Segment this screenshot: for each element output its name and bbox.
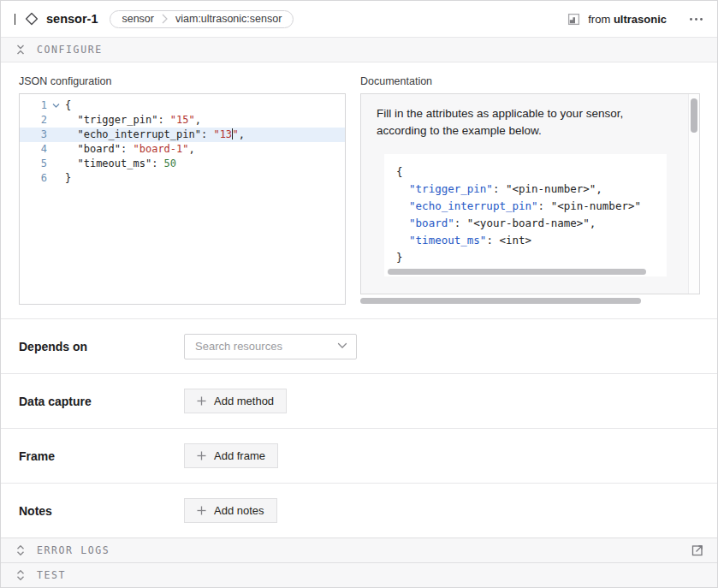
module-icon: [567, 13, 580, 26]
plus-icon: [197, 396, 206, 406]
configure-label: CONFIGURE: [37, 44, 103, 56]
doc-vertical-scrollbar-thumb[interactable]: [691, 98, 697, 133]
module-source: from ultrasonic: [567, 13, 667, 26]
doc-horizontal-scrollbar[interactable]: [360, 298, 700, 305]
doc-vertical-scrollbar[interactable]: [688, 94, 699, 294]
plus-icon: [197, 506, 206, 515]
depends-on-select[interactable]: Search resources: [184, 334, 357, 359]
add-frame-button[interactable]: Add frame: [184, 443, 278, 468]
component-model: viam:ultrasonic:sensor: [175, 13, 282, 25]
test-label: TEST: [37, 569, 66, 581]
code-line: "echo_interrupt_pin": "<pin-number>": [396, 198, 655, 215]
code-horizontal-scrollbar[interactable]: [388, 269, 646, 275]
code-line: "timeout_ms": <int>: [396, 232, 655, 249]
notes-label: Notes: [19, 504, 184, 518]
notes-row: Notes Add notes: [1, 483, 717, 538]
ellipsis-menu-icon[interactable]: [687, 14, 705, 25]
fold-chevron-icon[interactable]: [47, 98, 65, 113]
code-line: 1{: [20, 98, 345, 113]
json-configuration-label: JSON configuration: [19, 75, 346, 87]
depends-on-label: Depends on: [19, 340, 184, 353]
code-line: "trigger_pin": "<pin-number>",: [396, 181, 655, 198]
component-header: sensor-1 sensor viam:ultrasonic:sensor f…: [1, 1, 717, 38]
component-name: sensor-1: [46, 12, 98, 26]
depends-on-row: Depends on Search resources: [1, 318, 717, 373]
code-line: 2 "trigger_pin": "15",: [20, 113, 345, 128]
json-config-editor[interactable]: 1{2 "trigger_pin": "15",3 "echo_interrup…: [19, 93, 346, 305]
code-line: }: [396, 249, 655, 266]
data-capture-row: Data capture Add method: [1, 373, 717, 428]
code-line: 3 "echo_interrupt_pin": "13",: [20, 128, 345, 142]
error-logs-label: ERROR LOGS: [37, 544, 110, 556]
configure-body: JSON configuration 1{2 "trigger_pin": "1…: [1, 62, 717, 318]
add-method-button[interactable]: Add method: [184, 389, 287, 413]
documentation-panel: Fill in the attributes as applicable to …: [360, 93, 700, 294]
open-in-new-icon[interactable]: [691, 544, 703, 556]
documentation-intro: Fill in the attributes as applicable to …: [377, 105, 672, 140]
add-notes-button[interactable]: Add notes: [184, 498, 277, 523]
code-line: "board": "<your-board-name>",: [396, 215, 655, 232]
component-type: sensor: [122, 13, 154, 25]
component-type-pill: sensor viam:ultrasonic:sensor: [110, 10, 294, 28]
configure-section-bar[interactable]: CONFIGURE: [1, 38, 717, 62]
frame-label: Frame: [19, 449, 184, 463]
doc-horizontal-scrollbar-thumb[interactable]: [360, 298, 641, 304]
documentation-code-example: { "trigger_pin": "<pin-number>", "echo_i…: [384, 154, 667, 276]
code-line: {: [396, 163, 655, 181]
code-line: 5 "timeout_ms": 50: [20, 157, 345, 171]
component-card: sensor-1 sensor viam:ultrasonic:sensor f…: [0, 0, 718, 588]
test-section-bar[interactable]: TEST: [1, 562, 717, 587]
unfold-icon: [15, 570, 26, 580]
select-chevron-down-icon: [337, 342, 347, 349]
frame-row: Frame Add frame: [1, 428, 717, 483]
collapse-icon: [15, 45, 26, 55]
code-line: 6}: [20, 171, 345, 186]
pill-chevron-right-icon: [162, 14, 168, 24]
data-capture-label: Data capture: [19, 395, 184, 408]
code-line: 4 "board": "board-1",: [20, 142, 345, 157]
error-logs-section-bar[interactable]: ERROR LOGS: [1, 538, 717, 562]
plus-icon: [197, 451, 206, 460]
depends-on-placeholder: Search resources: [195, 340, 282, 353]
chevron-down-icon[interactable]: [15, 14, 16, 25]
documentation-label: Documentation: [360, 75, 700, 87]
unfold-icon: [15, 545, 26, 555]
from-module-label: from ultrasonic: [588, 13, 667, 26]
component-diamond-icon: [25, 12, 39, 26]
